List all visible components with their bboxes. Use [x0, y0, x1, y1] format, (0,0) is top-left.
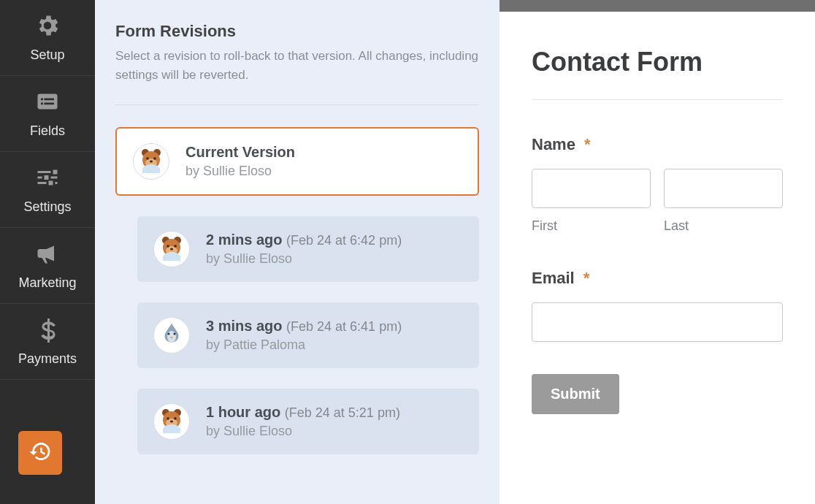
svg-rect-1 — [41, 99, 43, 101]
revision-title: 2 mins ago (Feb 24 at 6:42 pm) — [206, 232, 402, 248]
sidebar-item-fields[interactable]: Fields — [0, 76, 95, 152]
divider — [532, 99, 783, 100]
revision-item[interactable]: 3 mins ago (Feb 24 at 6:41 pm) by Pattie… — [137, 302, 479, 368]
svg-point-9 — [146, 157, 149, 160]
svg-point-20 — [167, 332, 169, 335]
bear-avatar-icon — [158, 234, 185, 264]
svg-point-11 — [150, 161, 153, 163]
revision-timestamp: (Feb 24 at 6:41 pm) — [286, 319, 402, 334]
name-label: Name * — [532, 135, 783, 154]
svg-point-18 — [170, 248, 173, 251]
sidebar-spacer — [0, 380, 95, 431]
avatar — [153, 403, 190, 440]
name-row: First Last — [532, 169, 783, 234]
panel-subtitle: Select a revision to roll-back to that v… — [115, 47, 479, 84]
history-button[interactable] — [18, 431, 62, 475]
required-mark: * — [583, 269, 590, 287]
last-name-field: Last — [664, 169, 783, 234]
svg-point-17 — [174, 245, 177, 248]
revision-text: 3 mins ago (Feb 24 at 6:41 pm) by Pattie… — [206, 318, 402, 353]
revision-age: 2 mins ago — [206, 232, 282, 248]
sidebar-item-marketing[interactable]: Marketing — [0, 228, 95, 304]
megaphone-icon — [34, 240, 61, 270]
avatar — [153, 317, 190, 354]
revision-current[interactable]: Current Version by Sullie Eloso — [115, 127, 479, 196]
sliders-icon — [34, 164, 61, 194]
form-icon — [34, 88, 61, 118]
first-sublabel: First — [532, 218, 651, 234]
avatar — [133, 143, 169, 180]
label-text: Email — [532, 269, 575, 287]
sidebar-item-label: Fields — [30, 123, 65, 139]
revision-age: 1 hour ago — [206, 404, 280, 420]
email-input[interactable] — [532, 302, 783, 342]
bear-avatar-icon — [138, 147, 164, 176]
svg-point-26 — [167, 417, 169, 420]
svg-point-16 — [167, 245, 169, 248]
svg-rect-2 — [45, 99, 55, 101]
preview-pane: Contact Form Name * First Last Email * — [500, 0, 815, 504]
svg-point-10 — [153, 157, 156, 160]
revision-author: by Pattie Paloma — [206, 337, 402, 353]
revision-text: Current Version by Sullie Eloso — [185, 144, 295, 179]
sidebar-item-settings[interactable]: Settings — [0, 152, 95, 228]
bear-avatar-icon — [158, 407, 185, 436]
first-name-input[interactable] — [532, 169, 651, 208]
revision-title: 3 mins ago (Feb 24 at 6:41 pm) — [206, 318, 402, 335]
sidebar-item-label: Settings — [23, 199, 71, 215]
sidebar-item-label: Payments — [18, 351, 77, 367]
last-sublabel: Last — [664, 218, 783, 234]
revision-title: 1 hour ago (Feb 24 at 5:21 pm) — [206, 404, 400, 421]
revision-text: 1 hour ago (Feb 24 at 5:21 pm) by Sullie… — [206, 404, 400, 439]
history-button-container — [0, 431, 95, 504]
revision-author: by Sullie Eloso — [185, 164, 295, 179]
submit-button[interactable]: Submit — [532, 374, 619, 414]
revisions-panel: Form Revisions Select a revision to roll… — [95, 0, 500, 504]
sidebar-item-label: Setup — [30, 47, 64, 63]
avatar — [153, 231, 190, 267]
label-text: Name — [532, 135, 575, 153]
bird-avatar-icon — [158, 321, 185, 350]
svg-point-21 — [173, 332, 175, 335]
dollar-icon — [34, 316, 61, 345]
sidebar-item-payments[interactable]: Payments — [0, 304, 95, 380]
first-name-field: First — [532, 169, 651, 234]
revision-item[interactable]: 1 hour ago (Feb 24 at 5:21 pm) by Sullie… — [137, 389, 479, 454]
revision-author: by Sullie Eloso — [206, 424, 400, 439]
svg-rect-3 — [41, 103, 43, 105]
panel-title: Form Revisions — [115, 22, 479, 41]
form-preview: Contact Form Name * First Last Email * — [500, 12, 815, 504]
history-icon — [28, 440, 52, 466]
svg-rect-4 — [45, 103, 55, 105]
sidebar-item-label: Marketing — [18, 275, 76, 291]
email-label: Email * — [532, 269, 783, 288]
revision-author: by Sullie Eloso — [206, 251, 402, 267]
revision-text: 2 mins ago (Feb 24 at 6:42 pm) by Sullie… — [206, 232, 402, 267]
revision-title: Current Version — [185, 144, 295, 161]
revision-timestamp: (Feb 24 at 6:42 pm) — [286, 233, 402, 248]
svg-rect-0 — [38, 94, 58, 110]
revision-age: 3 mins ago — [206, 318, 282, 334]
revision-timestamp: (Feb 24 at 5:21 pm) — [285, 405, 400, 420]
sidebar: Setup Fields Settings Marketing Payments — [0, 0, 95, 504]
sidebar-item-setup[interactable]: Setup — [0, 0, 95, 76]
revision-item[interactable]: 2 mins ago (Feb 24 at 6:42 pm) by Sullie… — [137, 216, 479, 282]
svg-point-28 — [170, 421, 173, 423]
gear-icon — [34, 12, 61, 42]
app-root: Setup Fields Settings Marketing Payments — [0, 0, 815, 504]
last-name-input[interactable] — [664, 169, 783, 208]
required-mark: * — [584, 135, 591, 153]
form-title: Contact Form — [532, 47, 783, 77]
email-field — [532, 302, 783, 342]
svg-point-27 — [174, 417, 177, 420]
divider — [115, 104, 479, 105]
